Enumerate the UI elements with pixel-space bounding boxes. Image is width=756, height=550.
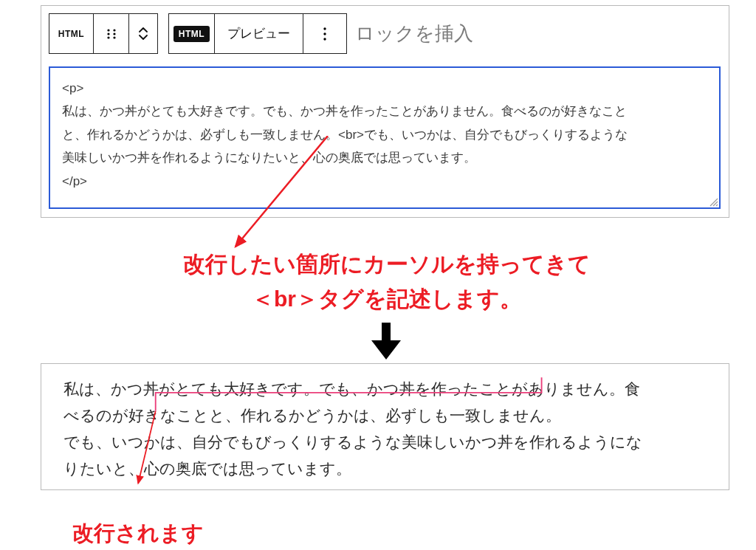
more-options-button[interactable] [303, 14, 346, 53]
svg-point-3 [113, 32, 115, 35]
toolbar-group-left: HTML [49, 13, 158, 54]
down-arrow-icon [371, 323, 401, 360]
drag-handle[interactable] [94, 14, 129, 53]
html-mode-button[interactable]: HTML [169, 14, 215, 53]
code-line-1: 私は、かつ丼がとても大好きです。でも、かつ丼を作ったことがありません。食べるのが… [62, 100, 707, 123]
chevron-up-icon [139, 27, 148, 33]
preview-mode-button[interactable]: プレビュー [215, 14, 303, 53]
block-editor-panel: HTML [41, 5, 729, 218]
insert-block-placeholder: ロックを挿入 [355, 21, 473, 47]
svg-point-1 [113, 29, 115, 31]
html-chip-icon: HTML [173, 26, 210, 42]
preview-line-2a: でも、いつかは、自分でもびっくりするような美味しいかつ丼を作れるようにな [63, 429, 707, 456]
svg-point-6 [323, 27, 326, 30]
textarea-resize-handle[interactable] [708, 196, 718, 207]
chevron-down-icon [139, 34, 148, 40]
svg-point-4 [107, 36, 109, 38]
block-toolbar: HTML [49, 13, 347, 54]
svg-point-7 [323, 32, 326, 35]
instruction-text: 改行したい箇所にカーソルを持ってきて ＜br＞タグを記述します。 [92, 247, 682, 316]
html-code-textarea[interactable]: <p> 私は、かつ丼がとても大好きです。でも、かつ丼を作ったことがありません。食… [49, 66, 721, 209]
toolbar-group-right: HTML プレビュー [168, 13, 347, 54]
html-type-button[interactable]: HTML [49, 14, 94, 53]
preview-line-1b: べるのが好きなことと、作れるかどうかは、必ずしも一致しません。 [63, 402, 707, 429]
instruction-line-1: 改行したい箇所にカーソルを持ってきて [92, 247, 682, 282]
preview-output-panel: 私は、かつ丼がとても大好きです。でも、かつ丼を作ったことがありません。食 べるの… [41, 363, 729, 490]
code-br-tag: <br> [338, 128, 364, 142]
instruction-line-2: ＜br＞タグを記述します。 [92, 282, 682, 317]
svg-point-0 [107, 29, 109, 31]
code-close-tag: </p> [62, 170, 707, 193]
preview-line-2b: りたいと、心の奥底では思っています。 [63, 456, 707, 482]
svg-point-8 [323, 38, 326, 40]
result-annotation-text: 改行されます [72, 519, 204, 549]
preview-line-1a: 私は、かつ丼がとても大好きです。でも、かつ丼を作ったことがありません。食 [63, 376, 707, 402]
svg-point-5 [113, 36, 115, 38]
svg-point-2 [107, 32, 109, 35]
code-open-tag: <p> [62, 77, 707, 100]
code-line-3: 美味しいかつ丼を作れるようになりたいと、心の奥底では思っています。 [62, 146, 707, 169]
code-line-2-before: と、作れるかどうかは、必ずしも一致しません。 [62, 128, 338, 142]
move-up-down-buttons[interactable] [129, 14, 157, 53]
kebab-menu-icon [323, 27, 326, 41]
code-line-2: と、作れるかどうかは、必ずしも一致しません。<br>でも、いつかは、自分でもびっ… [62, 123, 707, 146]
drag-handle-icon [105, 27, 118, 41]
code-line-2-after: でも、いつかは、自分でもびっくりするような [364, 128, 628, 142]
